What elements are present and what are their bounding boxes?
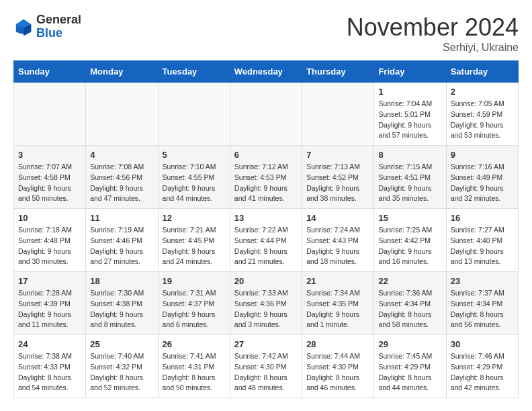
day-cell — [14, 83, 86, 146]
weekday-header-monday: Monday — [86, 61, 158, 83]
week-row-1: 1Sunrise: 7:04 AMSunset: 5:01 PMDaylight… — [14, 83, 519, 146]
day-number: 13 — [234, 213, 298, 223]
day-info: Sunrise: 7:37 AMSunset: 4:34 PMDaylight:… — [451, 288, 514, 330]
day-cell: 16Sunrise: 7:27 AMSunset: 4:40 PMDayligh… — [446, 209, 518, 272]
day-cell: 27Sunrise: 7:42 AMSunset: 4:30 PMDayligh… — [230, 335, 302, 398]
day-cell — [302, 83, 374, 146]
day-number: 23 — [451, 276, 514, 286]
day-info: Sunrise: 7:10 AMSunset: 4:55 PMDaylight:… — [163, 162, 226, 204]
day-info: Sunrise: 7:34 AMSunset: 4:35 PMDaylight:… — [306, 288, 369, 330]
day-info: Sunrise: 7:46 AMSunset: 4:29 PMDaylight:… — [451, 351, 514, 394]
day-info: Sunrise: 7:12 AMSunset: 4:53 PMDaylight:… — [234, 162, 298, 204]
day-number: 21 — [306, 276, 369, 286]
day-cell: 11Sunrise: 7:19 AMSunset: 4:46 PMDayligh… — [86, 209, 158, 272]
day-number: 7 — [306, 150, 369, 160]
day-cell: 22Sunrise: 7:36 AMSunset: 4:34 PMDayligh… — [374, 272, 446, 335]
day-info: Sunrise: 7:24 AMSunset: 4:43 PMDaylight:… — [306, 225, 369, 267]
day-info: Sunrise: 7:44 AMSunset: 4:30 PMDaylight:… — [306, 351, 369, 394]
day-number: 22 — [378, 276, 441, 286]
day-cell: 12Sunrise: 7:21 AMSunset: 4:45 PMDayligh… — [158, 209, 230, 272]
day-info: Sunrise: 7:08 AMSunset: 4:56 PMDaylight:… — [90, 162, 153, 204]
day-cell: 2Sunrise: 7:05 AMSunset: 4:59 PMDaylight… — [446, 83, 518, 146]
day-cell: 6Sunrise: 7:12 AMSunset: 4:53 PMDaylight… — [230, 146, 302, 209]
day-info: Sunrise: 7:25 AMSunset: 4:42 PMDaylight:… — [378, 225, 441, 267]
day-number: 9 — [451, 150, 514, 160]
day-info: Sunrise: 7:21 AMSunset: 4:45 PMDaylight:… — [163, 225, 226, 267]
week-row-3: 10Sunrise: 7:18 AMSunset: 4:48 PMDayligh… — [14, 209, 519, 272]
day-cell: 21Sunrise: 7:34 AMSunset: 4:35 PMDayligh… — [302, 272, 374, 335]
day-cell: 25Sunrise: 7:40 AMSunset: 4:32 PMDayligh… — [86, 335, 158, 398]
day-number: 14 — [306, 213, 369, 223]
weekday-header-sunday: Sunday — [14, 61, 86, 83]
day-info: Sunrise: 7:16 AMSunset: 4:49 PMDaylight:… — [451, 162, 514, 204]
weekday-header-row: SundayMondayTuesdayWednesdayThursdayFrid… — [14, 61, 519, 83]
day-info: Sunrise: 7:30 AMSunset: 4:38 PMDaylight:… — [90, 288, 153, 330]
day-info: Sunrise: 7:05 AMSunset: 4:59 PMDaylight:… — [451, 99, 514, 141]
day-cell: 8Sunrise: 7:15 AMSunset: 4:51 PMDaylight… — [374, 146, 446, 209]
day-info: Sunrise: 7:28 AMSunset: 4:39 PMDaylight:… — [18, 288, 81, 330]
day-cell — [86, 83, 158, 146]
day-cell: 4Sunrise: 7:08 AMSunset: 4:56 PMDaylight… — [86, 146, 158, 209]
day-number: 15 — [378, 213, 441, 223]
day-number: 12 — [163, 213, 226, 223]
day-cell: 24Sunrise: 7:38 AMSunset: 4:33 PMDayligh… — [14, 335, 86, 398]
day-cell: 10Sunrise: 7:18 AMSunset: 4:48 PMDayligh… — [14, 209, 86, 272]
day-number: 3 — [18, 150, 81, 160]
day-number: 27 — [234, 339, 298, 349]
week-row-4: 17Sunrise: 7:28 AMSunset: 4:39 PMDayligh… — [14, 272, 519, 335]
day-number: 16 — [451, 213, 514, 223]
logo[interactable]: General Blue — [13, 13, 81, 40]
day-number: 10 — [18, 213, 81, 223]
day-cell: 13Sunrise: 7:22 AMSunset: 4:44 PMDayligh… — [230, 209, 302, 272]
weekday-header-friday: Friday — [374, 61, 446, 83]
logo-blue-text: Blue — [36, 27, 81, 40]
day-cell: 26Sunrise: 7:41 AMSunset: 4:31 PMDayligh… — [158, 335, 230, 398]
day-info: Sunrise: 7:40 AMSunset: 4:32 PMDaylight:… — [90, 351, 153, 394]
weekday-header-tuesday: Tuesday — [158, 61, 230, 83]
calendar-table: SundayMondayTuesdayWednesdayThursdayFrid… — [13, 60, 519, 398]
day-info: Sunrise: 7:22 AMSunset: 4:44 PMDaylight:… — [234, 225, 298, 267]
day-number: 28 — [306, 339, 369, 349]
day-number: 4 — [90, 150, 153, 160]
day-info: Sunrise: 7:18 AMSunset: 4:48 PMDaylight:… — [18, 225, 81, 267]
day-number: 19 — [163, 276, 226, 286]
day-cell — [158, 83, 230, 146]
day-number: 30 — [451, 339, 514, 349]
day-cell: 18Sunrise: 7:30 AMSunset: 4:38 PMDayligh… — [86, 272, 158, 335]
day-number: 2 — [451, 87, 514, 97]
day-cell: 1Sunrise: 7:04 AMSunset: 5:01 PMDaylight… — [374, 83, 446, 146]
day-number: 25 — [90, 339, 153, 349]
day-number: 17 — [18, 276, 81, 286]
day-info: Sunrise: 7:31 AMSunset: 4:37 PMDaylight:… — [163, 288, 226, 330]
day-cell: 19Sunrise: 7:31 AMSunset: 4:37 PMDayligh… — [158, 272, 230, 335]
day-cell: 29Sunrise: 7:45 AMSunset: 4:29 PMDayligh… — [374, 335, 446, 398]
day-info: Sunrise: 7:04 AMSunset: 5:01 PMDaylight:… — [378, 99, 441, 141]
day-cell: 23Sunrise: 7:37 AMSunset: 4:34 PMDayligh… — [446, 272, 518, 335]
day-info: Sunrise: 7:42 AMSunset: 4:30 PMDaylight:… — [234, 351, 298, 394]
page-header: General Blue November 2024 Serhiyi, Ukra… — [13, 13, 519, 54]
day-cell: 20Sunrise: 7:33 AMSunset: 4:36 PMDayligh… — [230, 272, 302, 335]
day-number: 18 — [90, 276, 153, 286]
day-cell: 9Sunrise: 7:16 AMSunset: 4:49 PMDaylight… — [446, 146, 518, 209]
logo-general-text: General — [36, 13, 81, 27]
day-cell: 14Sunrise: 7:24 AMSunset: 4:43 PMDayligh… — [302, 209, 374, 272]
day-number: 6 — [234, 150, 298, 160]
day-number: 1 — [378, 87, 441, 97]
day-number: 5 — [163, 150, 226, 160]
month-title: November 2024 — [347, 13, 519, 42]
day-number: 24 — [18, 339, 81, 349]
weekday-header-thursday: Thursday — [302, 61, 374, 83]
day-number: 20 — [234, 276, 298, 286]
day-number: 26 — [163, 339, 226, 349]
day-info: Sunrise: 7:13 AMSunset: 4:52 PMDaylight:… — [306, 162, 369, 204]
day-info: Sunrise: 7:07 AMSunset: 4:58 PMDaylight:… — [18, 162, 81, 204]
location: Serhiyi, Ukraine — [347, 42, 519, 54]
day-info: Sunrise: 7:15 AMSunset: 4:51 PMDaylight:… — [378, 162, 441, 204]
day-info: Sunrise: 7:33 AMSunset: 4:36 PMDaylight:… — [234, 288, 298, 330]
title-area: November 2024 Serhiyi, Ukraine — [347, 13, 519, 54]
day-cell: 5Sunrise: 7:10 AMSunset: 4:55 PMDaylight… — [158, 146, 230, 209]
day-number: 29 — [378, 339, 441, 349]
day-info: Sunrise: 7:27 AMSunset: 4:40 PMDaylight:… — [451, 225, 514, 267]
week-row-2: 3Sunrise: 7:07 AMSunset: 4:58 PMDaylight… — [14, 146, 519, 209]
day-cell — [230, 83, 302, 146]
